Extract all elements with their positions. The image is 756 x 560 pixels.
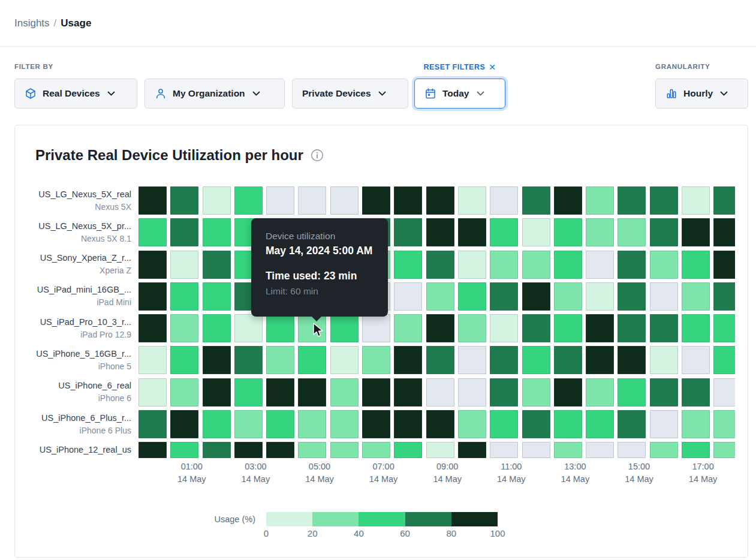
heatmap-cell[interactable] <box>426 251 454 279</box>
granularity-dropdown[interactable]: Hourly <box>655 79 748 109</box>
heatmap-cell[interactable] <box>266 378 294 407</box>
heatmap-cell[interactable] <box>362 442 390 458</box>
heatmap-cell[interactable] <box>170 218 198 246</box>
heatmap-cell[interactable] <box>234 314 263 342</box>
heatmap-cell[interactable] <box>394 442 422 458</box>
heatmap-cell[interactable] <box>170 410 198 438</box>
heatmap-cell[interactable] <box>170 378 198 407</box>
heatmap-cell[interactable] <box>682 442 710 458</box>
heatmap-cell[interactable] <box>650 186 678 215</box>
heatmap-cell[interactable] <box>490 410 518 438</box>
heatmap-cell[interactable] <box>554 442 582 458</box>
heatmap-cell[interactable] <box>618 410 646 438</box>
heatmap-cell[interactable] <box>650 282 678 311</box>
heatmap-cell[interactable] <box>713 251 735 279</box>
heatmap-cell[interactable] <box>554 251 582 279</box>
heatmap-cell[interactable] <box>554 410 582 438</box>
heatmap-cell[interactable] <box>682 314 710 342</box>
heatmap-cell[interactable] <box>203 314 231 342</box>
heatmap-cell[interactable] <box>394 314 422 342</box>
heatmap-cell[interactable] <box>522 186 550 215</box>
heatmap-cell[interactable] <box>618 186 646 215</box>
heatmap-cell[interactable] <box>618 314 646 342</box>
heatmap-cell[interactable] <box>426 410 454 438</box>
heatmap-cell[interactable] <box>138 314 167 342</box>
heatmap-cell[interactable] <box>682 218 710 246</box>
heatmap-cell[interactable] <box>138 282 167 311</box>
heatmap-cell[interactable] <box>330 186 359 215</box>
heatmap-cell[interactable] <box>203 282 231 311</box>
heatmap-cell[interactable] <box>138 442 167 458</box>
heatmap-cell[interactable] <box>330 442 359 458</box>
heatmap-cell[interactable] <box>362 314 390 342</box>
heatmap-cell[interactable] <box>554 314 582 342</box>
heatmap-cell[interactable] <box>554 346 582 374</box>
heatmap-cell[interactable] <box>713 410 735 438</box>
heatmap-cell[interactable] <box>618 378 646 407</box>
heatmap-cell[interactable] <box>713 218 735 246</box>
heatmap-cell[interactable] <box>586 378 614 407</box>
heatmap-cell[interactable] <box>682 251 710 279</box>
heatmap-cell[interactable] <box>234 378 263 407</box>
heatmap-cell[interactable] <box>586 282 614 311</box>
filter-device-type-dropdown[interactable]: Real Devices <box>14 79 137 109</box>
heatmap-cell[interactable] <box>170 282 198 311</box>
heatmap-cell[interactable] <box>298 378 326 407</box>
heatmap-cell[interactable] <box>650 410 678 438</box>
heatmap-cell[interactable] <box>138 218 167 246</box>
heatmap-cell[interactable] <box>650 378 678 407</box>
heatmap-cell[interactable] <box>522 314 550 342</box>
heatmap-cell[interactable] <box>713 346 735 374</box>
heatmap-cell[interactable] <box>298 442 326 458</box>
heatmap-cell[interactable] <box>266 186 294 215</box>
heatmap-cell[interactable] <box>490 346 518 374</box>
heatmap-cell[interactable] <box>682 378 710 407</box>
heatmap-cell[interactable] <box>138 346 167 374</box>
heatmap-cell[interactable] <box>203 186 231 215</box>
heatmap-cell[interactable] <box>234 186 263 215</box>
heatmap-cell[interactable] <box>266 442 294 458</box>
heatmap-cell[interactable] <box>298 186 326 215</box>
heatmap-cell[interactable] <box>362 186 390 215</box>
heatmap-cell[interactable] <box>170 442 198 458</box>
heatmap-cell[interactable] <box>522 251 550 279</box>
heatmap-cell[interactable] <box>650 251 678 279</box>
heatmap-cell[interactable] <box>618 251 646 279</box>
heatmap-cell[interactable] <box>713 186 735 215</box>
heatmap-cell[interactable] <box>458 218 486 246</box>
heatmap-cell[interactable] <box>586 186 614 215</box>
heatmap-cell[interactable] <box>682 410 710 438</box>
heatmap-cell[interactable] <box>362 378 390 407</box>
heatmap-cell[interactable] <box>394 410 422 438</box>
heatmap-cell[interactable] <box>426 378 454 407</box>
heatmap-cell[interactable] <box>522 442 550 458</box>
heatmap-cell[interactable] <box>458 186 486 215</box>
heatmap-cell[interactable] <box>522 378 550 407</box>
heatmap-cell[interactable] <box>554 218 582 246</box>
heatmap-cell[interactable] <box>330 346 359 374</box>
heatmap-cell[interactable] <box>394 186 422 215</box>
heatmap-cell[interactable] <box>586 314 614 342</box>
heatmap-cell[interactable] <box>586 442 614 458</box>
reset-filters-button[interactable]: RESET FILTERS ✕ <box>414 62 505 72</box>
heatmap-cell[interactable] <box>138 410 167 438</box>
heatmap-cell[interactable] <box>682 186 710 215</box>
heatmap-cell[interactable] <box>426 442 454 458</box>
heatmap-cell[interactable] <box>618 346 646 374</box>
info-icon[interactable] <box>311 149 324 162</box>
heatmap-cell[interactable] <box>490 186 518 215</box>
heatmap-cell[interactable] <box>618 442 646 458</box>
heatmap-cell[interactable] <box>234 410 263 438</box>
heatmap-cell[interactable] <box>394 251 422 279</box>
heatmap-cell[interactable] <box>554 378 582 407</box>
heatmap-cell[interactable] <box>682 282 710 311</box>
heatmap-cell[interactable] <box>138 251 167 279</box>
heatmap-cell[interactable] <box>490 378 518 407</box>
heatmap-cell[interactable] <box>330 378 359 407</box>
heatmap-cell[interactable] <box>138 186 167 215</box>
heatmap-cell[interactable] <box>490 442 518 458</box>
heatmap-cell[interactable] <box>330 410 359 438</box>
heatmap-cell[interactable] <box>203 218 231 246</box>
heatmap-cell[interactable] <box>426 346 454 374</box>
heatmap-cell[interactable] <box>362 346 390 374</box>
